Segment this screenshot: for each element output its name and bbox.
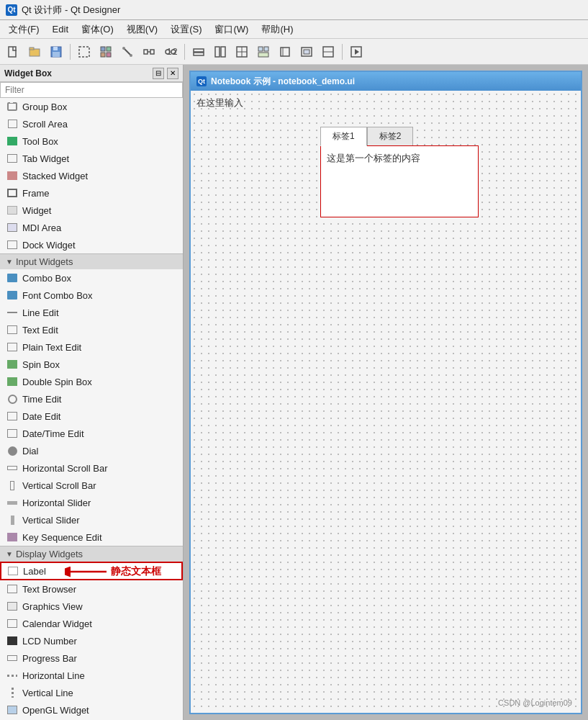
canvas-area: Qt Notebook 示例 - notebook_demo.ui 在这里输入 … — [184, 65, 588, 720]
toolbar-layout6[interactable] — [297, 42, 317, 62]
toolbar-layout2[interactable] — [210, 42, 230, 62]
category-header-display[interactable]: ▼ Display Widgets — [0, 546, 183, 562]
widget-item-dial[interactable]: Dial — [0, 442, 183, 459]
svg-line-11 — [124, 48, 131, 55]
date-edit-icon — [6, 410, 18, 422]
widget-label: Horizontal Scroll Bar — [22, 463, 108, 474]
toolbar-open[interactable] — [24, 42, 45, 62]
font-combo-box-icon — [6, 289, 18, 301]
menu-window[interactable]: 窗体(O) — [76, 22, 119, 37]
menu-settings[interactable]: 设置(S) — [165, 22, 207, 37]
plain-text-edit-icon — [6, 341, 18, 353]
widget-item-date-edit[interactable]: Date Edit — [0, 408, 183, 425]
widget-item-progress-bar[interactable]: Progress Bar — [0, 649, 183, 667]
widget-item-double-spin-box[interactable]: Double Spin Box — [0, 373, 183, 390]
menu-wnd[interactable]: 窗口(W) — [209, 22, 254, 37]
widget-item-key-sequence-edit[interactable]: Key Sequence Edit — [0, 528, 183, 546]
toolbar-sep3 — [342, 44, 343, 60]
widget-box-header: Widget Box ⊟ ✕ — [0, 65, 183, 82]
notebook-content[interactable]: 在这里输入 标签1 标签2 这是第一个标签的内容 CSDN @Logintem0… — [191, 91, 581, 713]
widget-item-mdi-area[interactable]: MDI Area — [0, 219, 183, 236]
widget-item-vertical-slider[interactable]: Vertical Slider — [0, 511, 183, 528]
widget-label: Graphics View — [22, 601, 83, 612]
widget-item-horizontal-line[interactable]: Horizontal Line — [0, 667, 183, 684]
widget-label: Vertical Scroll Bar — [22, 480, 96, 491]
toolbar-sep2 — [184, 44, 185, 60]
widget-box-pin[interactable]: ⊟ — [153, 68, 164, 79]
widget-item-plain-text-edit[interactable]: Plain Text Edit — [0, 338, 183, 356]
svg-rect-23 — [215, 47, 220, 57]
widget-item-tab-widget[interactable]: Tab Widget — [0, 150, 183, 167]
widget-item-combo-box[interactable]: Combo Box — [0, 269, 183, 287]
widget-item-stacked-widget[interactable]: Stacked Widget — [0, 167, 183, 184]
toolbar-save[interactable] — [46, 42, 66, 62]
widget-label: MDI Area — [22, 222, 61, 233]
horizontal-line-icon — [6, 670, 18, 681]
toolbar-layout4[interactable] — [253, 42, 273, 62]
svg-rect-28 — [258, 47, 263, 51]
widget-item-spin-box[interactable]: Spin Box — [0, 356, 183, 373]
scroll-area-icon — [6, 118, 18, 130]
svg-rect-2 — [30, 48, 34, 50]
widget-item-calendar-widget[interactable]: Calendar Widget — [0, 615, 183, 632]
widget-box-close[interactable]: ✕ — [167, 68, 178, 79]
widget-box: Widget Box ⊟ ✕ Group Box Scroll Area Too… — [0, 65, 184, 720]
widget-item-font-combo-box[interactable]: Font Combo Box — [0, 287, 183, 304]
toolbar-layout5[interactable] — [275, 42, 295, 62]
toolbar-preview[interactable] — [346, 42, 366, 62]
widget-item-vertical-line[interactable]: Vertical Line — [0, 684, 183, 701]
widget-item-tool-box[interactable]: Tool Box — [0, 132, 183, 150]
menu-view[interactable]: 视图(V) — [121, 22, 163, 37]
toolbar-taborder[interactable]: 12 — [160, 42, 181, 62]
toolbar-layout3[interactable] — [232, 42, 252, 62]
widget-item-frame[interactable]: Frame — [0, 184, 183, 202]
toolbar-select[interactable] — [74, 42, 94, 62]
widget-item-time-edit[interactable]: Time Edit — [0, 390, 183, 408]
app-icon: Qt — [6, 4, 17, 16]
toolbar-widget[interactable] — [96, 42, 116, 62]
widget-item-graphics-view[interactable]: Graphics View — [0, 598, 183, 615]
widget-label: Horizontal Line — [22, 670, 85, 681]
widget-item-datetime-edit[interactable]: Date/Time Edit — [0, 425, 183, 442]
toolbar-buddies[interactable] — [139, 42, 159, 62]
svg-rect-14 — [144, 50, 148, 54]
menu-help[interactable]: 帮助(H) — [255, 22, 299, 37]
widget-item-group-box[interactable]: Group Box — [0, 98, 183, 115]
widget-label: Text Edit — [22, 325, 58, 336]
toolbar-layout7[interactable] — [318, 42, 338, 62]
widget-item-widget[interactable]: Widget — [0, 202, 183, 219]
watermark: CSDN @Logintem09 — [498, 698, 572, 707]
widget-item-scroll-area[interactable]: Scroll Area — [0, 115, 183, 132]
toolbar-layout1[interactable] — [189, 42, 209, 62]
graphics-view-icon — [6, 600, 18, 612]
widget-item-text-edit[interactable]: Text Edit — [0, 321, 183, 338]
input-label: 在这里输入 — [196, 96, 243, 109]
svg-rect-7 — [101, 47, 105, 51]
datetime-edit-icon — [6, 428, 18, 439]
widget-item-label[interactable]: Label — [0, 562, 183, 580]
widget-item-lcd-number[interactable]: LCD Number — [0, 632, 183, 649]
category-header-input[interactable]: ▼ Input Widgets — [0, 253, 183, 269]
vertical-scrollbar-icon — [6, 480, 18, 491]
line-edit-icon — [6, 307, 18, 318]
widget-item-dock-widget[interactable]: Dock Widget — [0, 236, 183, 253]
widget-label: Combo Box — [22, 273, 71, 284]
widget-item-horizontal-scrollbar[interactable]: Horizontal Scroll Bar — [0, 459, 183, 477]
toolbar-new[interactable] — [3, 42, 23, 62]
widget-item-text-browser[interactable]: Text Browser — [0, 580, 183, 598]
tab-btn-1[interactable]: 标签1 — [320, 127, 367, 146]
category-arrow-display: ▼ — [6, 550, 13, 558]
menu-edit[interactable]: Edit — [47, 22, 74, 36]
tab-btn-2[interactable]: 标签2 — [367, 127, 414, 146]
filter-input[interactable] — [0, 82, 183, 98]
widget-item-horizontal-slider[interactable]: Horizontal Slider — [0, 494, 183, 511]
lcd-number-icon — [6, 635, 18, 647]
widget-item-line-edit[interactable]: Line Edit — [0, 304, 183, 321]
widget-item-opengl-widget[interactable]: OpenGL Widget — [0, 701, 183, 719]
widget-item-vertical-scrollbar[interactable]: Vertical Scroll Bar — [0, 477, 183, 494]
widget-label: Double Spin Box — [22, 377, 92, 387]
toolbar-connect[interactable] — [117, 42, 137, 62]
menu-file[interactable]: 文件(F) — [3, 22, 45, 37]
toolbar-sep1 — [70, 44, 71, 60]
widget-label: Plain Text Edit — [22, 342, 81, 353]
